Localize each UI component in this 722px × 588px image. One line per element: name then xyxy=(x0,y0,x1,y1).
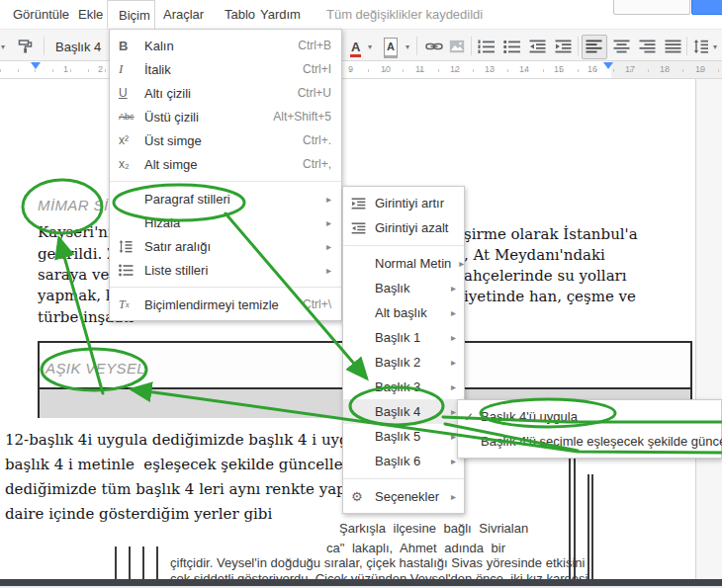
text-color-icon[interactable]: A xyxy=(350,39,361,57)
heading4-submenu: ✓ Başlık 4'ü uygula Başlık 4'ü seçimle e… xyxy=(457,399,722,459)
menu-yardim[interactable]: Yardım xyxy=(260,7,301,22)
page-gutter xyxy=(696,79,722,579)
menu-item-ust-simge[interactable]: x² Üst simge Ctrl+. xyxy=(110,128,341,152)
menu-goruntule[interactable]: Görüntüle xyxy=(13,7,69,22)
doc-text-line[interactable]: ahçelerinde su yolları xyxy=(464,267,627,285)
doc-text-line[interactable]: dediğimizde tüm başlık 4 leri aynı renkt… xyxy=(5,480,362,498)
save-status: Tüm değişiklikler kaydedildi xyxy=(326,7,483,22)
menu-bicim[interactable]: Biçim xyxy=(107,0,155,29)
list-styles-icon xyxy=(119,264,144,277)
align-justify-icon[interactable] xyxy=(665,39,681,54)
subscript-icon: x₂ xyxy=(119,157,144,171)
table-border xyxy=(115,546,117,579)
menu-item-liste-stilleri[interactable]: Liste stilleri ▸ xyxy=(110,258,341,282)
submenu-arrow-icon: ▸ xyxy=(459,258,464,269)
comments-button[interactable] xyxy=(613,0,690,15)
menu-item-baslik[interactable]: Başlık ▸ xyxy=(343,276,464,300)
dark-divider-band xyxy=(0,579,722,586)
highlight-color-icon[interactable]: A xyxy=(384,38,398,58)
doc-heading-asik-veysel[interactable]: AŞIK VEYSEL xyxy=(45,360,145,377)
menu-item-baslik-5[interactable]: Başlık 5 ▸ xyxy=(343,424,464,449)
menu-separator xyxy=(110,287,341,288)
ruler-number: 19 xyxy=(695,64,705,74)
left-indent-marker[interactable] xyxy=(31,62,41,69)
ruler-number: 14 xyxy=(519,64,529,74)
submenu-arrow-icon: ▸ xyxy=(451,283,456,294)
doc-text-line[interactable]: daire içinde gösterdiğim yerler gibi xyxy=(5,505,272,523)
menu-item-baslik4-uygula[interactable]: ✓ Başlık 4'ü uygula xyxy=(458,404,721,429)
text-color-caret-icon[interactable]: ▾ xyxy=(368,39,372,54)
doc-text-line[interactable]: iyetinde han, çeşme ve xyxy=(464,288,636,305)
align-center-icon[interactable] xyxy=(613,39,630,54)
menu-ekle[interactable]: Ekle xyxy=(78,7,103,22)
align-left-icon[interactable] xyxy=(586,39,602,54)
ruler-number: 12 xyxy=(450,64,460,74)
align-right-icon[interactable] xyxy=(639,39,656,54)
ruler-number: 13 xyxy=(485,64,495,74)
submenu-arrow-icon: ▸ xyxy=(451,332,456,343)
paragraph-styles-submenu: Girintiyi artır Girintiyi azalt Normal M… xyxy=(342,186,465,514)
highlight-caret-icon[interactable]: ▾ xyxy=(406,39,409,54)
menu-item-italik[interactable]: I İtalik Ctrl+I xyxy=(110,57,341,81)
line-spacing-icon[interactable] xyxy=(693,39,708,54)
menu-separator xyxy=(343,478,464,479)
doc-text-line[interactable]: başlık 4 i metinle eşleşecek şekilde gün… xyxy=(5,456,343,473)
submenu-arrow-icon: ▸ xyxy=(451,456,456,466)
menu-separator xyxy=(110,181,341,182)
bulleted-list-icon[interactable] xyxy=(503,39,520,54)
menu-item-normal-metin[interactable]: Normal Metin ▸ xyxy=(343,251,464,276)
menu-item-baslik-4[interactable]: Başlık 4 ▸ xyxy=(343,399,464,424)
menu-item-alt-simge[interactable]: x₂ Alt simge Ctrl+, xyxy=(110,152,341,176)
submenu-arrow-icon: ▸ xyxy=(326,217,331,228)
table-border xyxy=(591,474,593,579)
menu-tablo[interactable]: Tablo xyxy=(225,7,255,22)
right-indent-marker[interactable] xyxy=(603,62,613,69)
menu-separator xyxy=(343,245,464,246)
doc-text-line[interactable]: çiftçidir. Veysel'in doğduğu sıralar, çi… xyxy=(170,555,585,570)
doc-text-line[interactable]: , At Meydanı'ndaki xyxy=(464,246,605,264)
submenu-arrow-icon: ▸ xyxy=(451,406,456,417)
share-button[interactable] xyxy=(691,0,722,15)
menu-item-satir-araligi[interactable]: Satır aralığı ▸ xyxy=(110,234,341,258)
submenu-arrow-icon: ▸ xyxy=(326,265,331,276)
decrease-indent-icon[interactable] xyxy=(529,39,546,54)
menu-item-baslik-1[interactable]: Başlık 1 ▸ xyxy=(343,325,464,350)
menu-item-baslik-2[interactable]: Başlık 2 ▸ xyxy=(343,350,464,375)
paragraph-style-selector[interactable]: Başlık 4 xyxy=(55,39,101,54)
chevron-down-icon[interactable]: ▾ xyxy=(1,39,5,54)
ruler-number: 2 xyxy=(98,64,103,74)
gear-icon: ⚙ xyxy=(351,489,375,504)
decrease-indent-icon xyxy=(351,222,375,234)
menu-araclar[interactable]: Araçlar xyxy=(163,7,204,22)
insert-image-icon[interactable] xyxy=(449,39,465,54)
menu-item-hizala[interactable]: Hizala ▸ xyxy=(110,210,341,234)
menu-item-girintiyi-azalt[interactable]: Girintiyi azalt xyxy=(343,215,464,240)
numbered-list-icon[interactable] xyxy=(478,39,495,54)
table-border xyxy=(156,546,158,579)
menu-item-paragraf-stilleri[interactable]: Paragraf stilleri ▸ xyxy=(110,187,341,210)
menu-item-kalin[interactable]: B Kalın Ctrl+B xyxy=(110,34,341,57)
menu-item-bicimlendirmeyi-temizle[interactable]: Tx Biçimlendirmeyi temizle Ctrl+\ xyxy=(110,293,341,316)
strikethrough-icon: Abc xyxy=(119,112,144,122)
menu-item-baslik4-guncelle[interactable]: Başlık 4'ü seçimle eşleşecek şekilde gün… xyxy=(458,429,721,454)
insert-link-icon[interactable] xyxy=(425,39,443,54)
doc-text-line[interactable]: şirme olarak İstanbul'a xyxy=(464,225,638,243)
line-spacing-caret-icon[interactable]: ▾ xyxy=(713,39,717,54)
menu-item-baslik-6[interactable]: Başlık 6 ▸ xyxy=(343,449,464,473)
menu-item-ustu-cizili[interactable]: Abc Üstü çizili Alt+Shift+5 xyxy=(110,105,341,128)
menu-item-alt-baslik[interactable]: Alt başlık ▸ xyxy=(343,300,464,325)
line-spacing-icon xyxy=(119,240,144,253)
menu-item-girintiyi-artir[interactable]: Girintiyi artır xyxy=(343,191,464,215)
menu-item-secenekler[interactable]: ⚙ Seçenekler ▸ xyxy=(343,484,464,509)
menu-item-alti-cizili[interactable]: U Altı çizili Ctrl+U xyxy=(110,81,341,105)
paint-format-icon[interactable] xyxy=(18,39,34,54)
doc-text-line[interactable]: Şarkışla ilçesine bağlı Sivrialan xyxy=(339,521,528,536)
italic-icon: I xyxy=(119,61,144,77)
increase-indent-icon[interactable] xyxy=(555,39,572,54)
menu-item-baslik-3[interactable]: Başlık 3 ▸ xyxy=(343,375,464,399)
underline-icon: U xyxy=(119,86,144,100)
doc-text-line[interactable]: 12-başlık 4i uygula dediğimizde başlık 4… xyxy=(5,431,379,449)
table-border xyxy=(142,546,144,579)
doc-text-line[interactable]: ca" lakaplı, Ahmet adında bir xyxy=(326,541,505,555)
table-border xyxy=(129,546,131,579)
